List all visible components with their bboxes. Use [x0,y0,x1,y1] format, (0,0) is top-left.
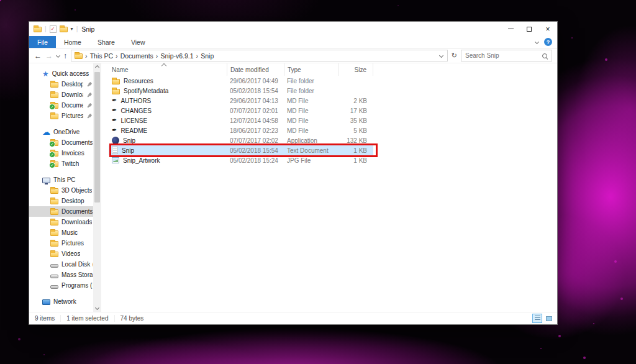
new-folder-icon[interactable] [60,27,68,32]
sidebar-item-twitch[interactable]: Twitch [29,158,101,169]
sidebar-item-label: OneDrive [53,129,80,135]
back-icon[interactable]: ← [34,52,42,60]
sidebar-item-downloads[interactable]: Downloads [29,217,101,227]
breadcrumb-snip[interactable]: Snip [201,52,214,60]
jpg-file-icon [112,157,119,163]
sidebar-item-label: Music [61,229,78,236]
sidebar-item-label: Programs (E:) [61,282,93,289]
breadcrumb-documents[interactable]: Documents [120,52,153,60]
sidebar-item-onedrive[interactable]: ☁ OneDrive [29,127,101,137]
sidebar-item-label: Documents [61,139,93,146]
file-date: 07/07/2017 02:02 [227,137,284,144]
sidebar-item-label: Desktop [61,198,84,204]
sidebar-item-quick-access[interactable]: ★ Quick access [29,68,101,79]
sidebar-item-mass-storage-d[interactable]: Mass Storage (D:) [29,270,101,280]
folder-synced-icon [50,162,58,167]
folder-icon [50,93,58,98]
file-row-resources[interactable]: Resources 29/06/2017 04:49 File folder [101,76,373,86]
details-view-button[interactable] [532,314,542,323]
file-date: 29/06/2017 04:49 [227,78,284,84]
folder-synced-icon [50,140,58,146]
help-icon[interactable]: ? [544,38,552,46]
sidebar-item-network[interactable]: Network [29,296,101,307]
column-header-date-modified[interactable]: Date modified [227,63,284,76]
file-type: MD File [284,98,338,104]
maximize-button[interactable] [520,22,538,36]
address-breadcrumb-box[interactable]: › This PC › Documents › Snip-v6.9.1 › Sn… [71,50,448,61]
recent-locations-icon[interactable] [56,53,60,58]
customize-toolbar-dropdown-icon[interactable]: ▾ [71,26,73,32]
sidebar-item-desktop[interactable]: Desktop [29,196,101,206]
sidebar-item-label: Local Disk (C:) [61,261,93,268]
scroll-up-icon[interactable] [95,65,99,70]
sidebar-item-this-pc[interactable]: This PC [29,175,101,185]
pin-icon [85,80,94,88]
minimize-button[interactable] [501,22,520,36]
scrollbar-thumb[interactable] [94,72,100,202]
computer-icon [42,178,50,183]
disk-icon [50,285,58,289]
breadcrumb-separator: › [116,52,118,60]
md-file-icon: ✒ [112,98,117,104]
sidebar-item-label: Quick access [52,70,89,77]
close-button[interactable]: × [538,22,557,36]
folder-icon [112,89,120,94]
file-size: 5 KB [338,127,373,134]
forward-icon[interactable]: → [45,52,53,60]
sidebar-item-label: Invoices [61,150,84,157]
window-controls: × [501,22,557,36]
file-size: 35 KB [338,117,373,124]
sidebar-scrollbar[interactable] [93,63,101,312]
search-box[interactable] [461,50,552,61]
file-row-authors[interactable]: ✒AUTHORS 29/06/2017 04:13 MD File 2 KB [101,96,373,106]
file-date: 29/06/2017 04:13 [227,98,284,104]
sidebar-item-pictures[interactable]: Pictures [29,238,101,248]
separator: | [76,25,78,32]
sidebar-item-3d-objects[interactable]: 3D Objects [29,185,101,196]
sidebar-item-local-disk-c[interactable]: Local Disk (C:) [29,259,101,270]
folder-icon [50,252,58,257]
thumbnails-view-button[interactable] [544,314,554,323]
file-date: 05/02/2018 15:54 [227,88,284,94]
tab-file[interactable]: File [29,36,56,48]
tab-home[interactable]: Home [56,36,89,48]
pin-icon [85,101,94,109]
quick-access-toolbar: | ✓ ▾ | [34,25,78,33]
column-header-type[interactable]: Type [284,63,338,76]
breadcrumb-this-pc[interactable]: This PC [90,52,113,60]
refresh-icon[interactable]: ↻ [452,52,457,60]
sidebar-item-documents-selected[interactable]: Documents [29,206,101,217]
search-icon[interactable] [542,53,548,59]
file-name: Snip_Artwork [123,157,160,164]
sidebar-item-programs-e[interactable]: Programs (E:) [29,280,101,291]
sidebar-item-downloads-pinned[interactable]: Downloads [29,89,101,100]
tab-share[interactable]: Share [89,36,123,48]
up-icon[interactable]: ↑ [63,52,67,60]
window-title: Snip [81,25,94,33]
scroll-down-icon[interactable] [95,306,99,310]
folder-icon [112,79,120,84]
sidebar-item-videos[interactable]: Videos [29,248,101,259]
search-input[interactable] [465,52,542,59]
tab-view[interactable]: View [123,36,153,48]
file-row-readme[interactable]: ✒README 18/06/2017 02:23 MD File 5 KB [101,125,373,135]
sidebar-item-label: Downloads [61,219,92,225]
file-row-spotifymetadata[interactable]: SpotifyMetadata 05/02/2018 15:54 File fo… [101,86,373,96]
sidebar-item-invoices[interactable]: Invoices [29,148,101,158]
column-header-size[interactable]: Size [338,63,373,76]
star-icon: ★ [42,70,49,78]
sidebar-item-documents-pinned[interactable]: Documents [29,100,101,111]
folder-icon [50,114,58,119]
file-row-license[interactable]: ✒LICENSE 12/07/2014 04:58 MD File 35 KB [101,116,373,125]
sidebar-item-onedrive-documents[interactable]: Documents [29,137,101,148]
sidebar-item-music[interactable]: Music [29,227,101,238]
sidebar-item-desktop-pinned[interactable]: Desktop [29,79,101,89]
title-bar: | ✓ ▾ | Snip × [29,22,557,36]
file-type: MD File [284,107,338,114]
collapse-ribbon-icon[interactable] [535,40,539,44]
address-history-dropdown-icon[interactable] [439,53,443,58]
sidebar-item-pictures-pinned[interactable]: Pictures [29,111,101,121]
breadcrumb-snip-v691[interactable]: Snip-v6.9.1 [160,52,193,60]
file-row-changes[interactable]: ✒CHANGES 07/07/2017 02:01 MD File 17 KB [101,106,373,116]
properties-check-icon[interactable]: ✓ [50,25,57,33]
